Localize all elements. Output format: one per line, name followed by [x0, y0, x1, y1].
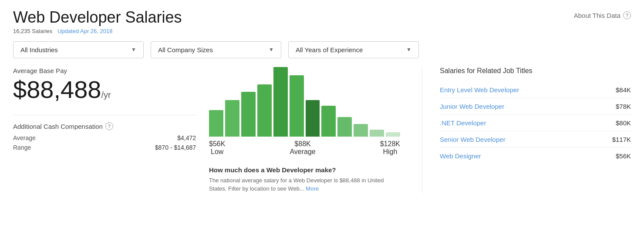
related-job-salary: $78K	[616, 103, 631, 110]
salary-amount: $88,488	[13, 76, 101, 103]
related-job-salary: $56K	[616, 152, 631, 160]
industry-filter-label: All Industries	[20, 46, 58, 54]
comp-average-row: Average $4,472	[13, 134, 196, 141]
filters-row: All Industries ▼ All Company Sizes ▼ All…	[13, 41, 631, 58]
comp-range-value: $870 - $14,687	[155, 144, 196, 151]
related-job-row: .NET Developer$80K	[440, 115, 631, 131]
salary-count: 16,235 Salaries	[13, 28, 52, 34]
additional-comp-title: Additional Cash Compensation ?	[13, 122, 196, 130]
related-job-title[interactable]: Junior Web Developer	[440, 103, 504, 110]
how-much-text: The national average salary for a Web De…	[209, 176, 400, 193]
chart-bar	[337, 117, 352, 137]
chart-avg-amount: $88K	[290, 140, 315, 148]
chart-avg: $88K Average	[290, 140, 315, 156]
comp-average-value: $4,472	[177, 134, 196, 141]
about-data-link[interactable]: About This Data ?	[574, 11, 631, 19]
about-data-label: About This Data	[574, 12, 620, 19]
left-panel: Average Base Pay $88,488/yr Additional C…	[13, 67, 196, 193]
chart-bar	[257, 84, 272, 137]
chart-bar	[321, 106, 336, 136]
chart-bar	[354, 124, 368, 137]
chart-high-amount: $128K	[380, 140, 400, 148]
company-size-filter-label: All Company Sizes	[158, 46, 213, 54]
related-job-title[interactable]: Web Designer	[440, 152, 481, 160]
how-much-section: How much does a Web Developer make? The …	[209, 166, 400, 193]
related-job-salary: $80K	[616, 119, 631, 127]
related-jobs-title: Salaries for Related Job Titles	[440, 67, 631, 75]
related-job-title[interactable]: Senior Web Developer	[440, 136, 506, 143]
avg-base-pay-label: Average Base Pay	[13, 67, 196, 74]
related-job-salary: $84K	[616, 86, 631, 94]
how-much-body: The national average salary for a Web De…	[209, 177, 384, 192]
chart-low-desc: Low	[209, 148, 225, 156]
chart-low-amount: $56K	[209, 140, 225, 148]
experience-filter-label: All Years of Experience	[296, 46, 363, 54]
chart-bar	[386, 132, 400, 137]
chart-axis: $56K Low $88K Average $128K High	[209, 140, 400, 156]
salary-per-yr: /yr	[101, 90, 111, 100]
chart-bar	[306, 100, 320, 136]
chart-bar	[273, 67, 288, 137]
chart-bar	[209, 110, 223, 137]
updated-date: Updated Apr 26, 2018	[57, 28, 113, 34]
salary-chart	[209, 67, 400, 137]
company-size-chevron-icon: ▼	[269, 47, 274, 53]
industry-filter[interactable]: All Industries ▼	[13, 41, 144, 58]
main-content: Average Base Pay $88,488/yr Additional C…	[13, 67, 631, 193]
additional-comp-section: Additional Cash Compensation ? Average $…	[13, 115, 196, 151]
chart-bar	[225, 100, 239, 136]
chart-bar	[290, 75, 304, 137]
related-job-salary: $117K	[612, 136, 631, 143]
related-job-title[interactable]: Entry Level Web Developer	[440, 86, 519, 94]
related-job-row: Senior Web Developer$117K	[440, 131, 631, 148]
chart-bar	[241, 92, 256, 136]
related-jobs-list: Entry Level Web Developer$84KJunior Web …	[440, 82, 631, 164]
comp-range-row: Range $870 - $14,687	[13, 144, 196, 151]
chart-low: $56K Low	[209, 140, 225, 156]
chart-high-desc: High	[380, 148, 400, 156]
related-job-title[interactable]: .NET Developer	[440, 119, 486, 127]
chart-high: $128K High	[380, 140, 400, 156]
more-link[interactable]: More	[306, 185, 319, 192]
industry-chevron-icon: ▼	[131, 47, 136, 53]
salary-display: $88,488/yr	[13, 76, 196, 103]
related-job-row: Web Designer$56K	[440, 148, 631, 164]
chart-bar	[370, 130, 384, 137]
experience-filter[interactable]: All Years of Experience ▼	[288, 41, 419, 58]
header: Web Developer Salaries 16,235 Salaries U…	[13, 9, 631, 34]
related-job-row: Junior Web Developer$78K	[440, 98, 631, 115]
related-job-row: Entry Level Web Developer$84K	[440, 82, 631, 98]
chart-panel: $56K Low $88K Average $128K High How muc…	[196, 67, 413, 193]
page-title: Web Developer Salaries	[13, 9, 182, 26]
chart-avg-desc: Average	[290, 148, 315, 156]
comp-range-label: Range	[13, 144, 31, 151]
right-panel: Salaries for Related Job Titles Entry Le…	[422, 67, 631, 193]
how-much-title: How much does a Web Developer make?	[209, 166, 400, 174]
additional-comp-help-icon[interactable]: ?	[105, 122, 113, 130]
title-section: Web Developer Salaries 16,235 Salaries U…	[13, 9, 182, 34]
header-meta: 16,235 Salaries Updated Apr 26, 2018	[13, 28, 182, 34]
company-size-filter[interactable]: All Company Sizes ▼	[151, 41, 281, 58]
experience-chevron-icon: ▼	[406, 47, 411, 53]
comp-average-label: Average	[13, 134, 36, 141]
help-icon: ?	[623, 11, 631, 19]
